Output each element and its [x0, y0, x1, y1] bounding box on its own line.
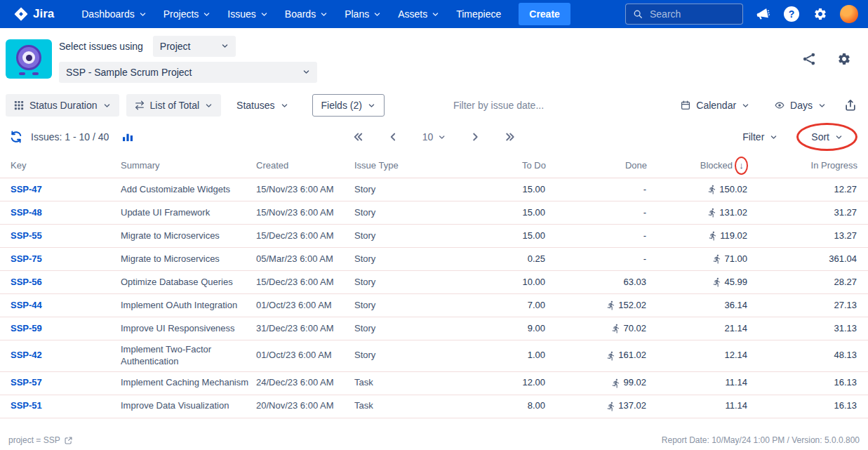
- time-unit-dropdown[interactable]: Days: [766, 94, 834, 117]
- duration-cell: 70.02: [546, 319, 647, 338]
- robot-icon: [16, 45, 41, 70]
- status-duration-dropdown[interactable]: Status Duration: [6, 94, 119, 117]
- nav-item-dashboards[interactable]: Dashboards: [74, 4, 154, 25]
- issue-key-link[interactable]: SSP-48: [11, 204, 121, 223]
- column-header-created[interactable]: Created: [256, 160, 354, 171]
- duration-cell: 12.00: [439, 373, 546, 392]
- nav-item-timepiece[interactable]: Timepiece: [448, 4, 509, 25]
- issue-source-dropdown[interactable]: Project: [153, 36, 236, 57]
- nav-item-assets[interactable]: Assets: [390, 4, 447, 25]
- chevron-down-icon: [103, 102, 111, 110]
- sort-dropdown[interactable]: Sort: [806, 127, 848, 147]
- nav-item-label: Plans: [345, 8, 369, 20]
- refresh-button[interactable]: [8, 129, 24, 145]
- table-row: SSP-59Improve UI Responsiveness31/Dec/23…: [0, 317, 868, 340]
- column-header-done[interactable]: Done: [546, 160, 647, 171]
- chevron-down-icon: [320, 11, 328, 18]
- help-button[interactable]: ?: [782, 5, 801, 23]
- issue-type-cell: Task: [354, 373, 439, 392]
- column-header-in-progress[interactable]: In Progress: [748, 160, 857, 171]
- table-header-row: Key Summary Created Issue Type To Do Don…: [0, 153, 868, 178]
- duration-cell: 36.14: [647, 296, 748, 315]
- issue-key-link[interactable]: SSP-57: [11, 373, 121, 392]
- summary-cell: Migrate to Microservices: [121, 227, 256, 246]
- filter-dropdown[interactable]: Filter: [737, 127, 783, 147]
- issue-date-filter-input[interactable]: [452, 99, 585, 112]
- jql-filter-link[interactable]: project = SSP: [8, 435, 73, 445]
- column-header-issue-type[interactable]: Issue Type: [354, 160, 439, 171]
- summary-cell: Implement Caching Mechanism: [121, 373, 256, 392]
- chevron-down-icon: [281, 102, 288, 110]
- issue-key-link[interactable]: SSP-42: [11, 346, 121, 365]
- duration-cell: 0.25: [439, 250, 546, 269]
- issue-type-cell: Story: [354, 273, 439, 292]
- calendar-label: Calendar: [696, 100, 736, 111]
- chevron-down-icon: [818, 102, 826, 110]
- next-page-button[interactable]: [468, 130, 482, 144]
- chevron-down-icon: [432, 11, 439, 18]
- column-header-todo[interactable]: To Do: [439, 160, 546, 171]
- column-header-blocked[interactable]: Blocked ↓: [647, 157, 748, 175]
- list-of-total-dropdown[interactable]: List of Total: [126, 94, 222, 117]
- issue-key-link[interactable]: SSP-59: [11, 319, 121, 338]
- issue-type-cell: Story: [354, 296, 439, 315]
- export-button[interactable]: [843, 98, 858, 113]
- nav-right-group: ?: [625, 4, 858, 25]
- runner-icon: [707, 185, 717, 194]
- statuses-label: Statuses: [236, 100, 274, 111]
- top-nav: Jira Dashboards Projects Issues Boards P…: [0, 0, 868, 28]
- duration-cell: 137.02: [546, 397, 647, 416]
- summary-cell: Optimize Database Queries: [121, 273, 256, 292]
- table-body: SSP-47Add Customizable Widgets15/Nov/23 …: [0, 178, 868, 418]
- table-row: SSP-55Migrate to Microservices15/Dec/23 …: [0, 225, 868, 248]
- settings-button[interactable]: [812, 6, 829, 22]
- issues-count-label: Issues: 1 - 10 / 40: [31, 131, 109, 143]
- share-button[interactable]: [801, 51, 817, 67]
- column-header-summary[interactable]: Summary: [121, 160, 256, 171]
- chevron-down-icon: [742, 102, 749, 110]
- column-header-key[interactable]: Key: [11, 160, 121, 171]
- issue-key-link[interactable]: SSP-44: [11, 296, 121, 315]
- jira-logo-icon: [14, 7, 28, 21]
- chart-view-button[interactable]: [120, 129, 135, 145]
- issue-type-cell: Story: [354, 250, 439, 269]
- runner-icon: [712, 254, 722, 264]
- search-box[interactable]: [625, 4, 743, 25]
- issue-key-link[interactable]: SSP-47: [11, 180, 121, 199]
- create-button[interactable]: Create: [519, 3, 570, 25]
- duration-cell: 11.14: [647, 373, 748, 392]
- page-size-dropdown[interactable]: 10: [421, 130, 448, 144]
- duration-cell: 21.14: [647, 319, 748, 338]
- grid-icon: [14, 100, 24, 110]
- announcements-button[interactable]: [754, 6, 771, 22]
- runner-icon: [611, 324, 621, 333]
- jira-home-link[interactable]: Jira: [10, 6, 58, 22]
- search-icon: [633, 9, 643, 19]
- nav-item-issues[interactable]: Issues: [220, 4, 275, 25]
- issue-key-link[interactable]: SSP-56: [11, 273, 121, 292]
- duration-cell: 12.14: [647, 346, 748, 365]
- nav-item-projects[interactable]: Projects: [156, 4, 219, 25]
- sort-descending-icon[interactable]: ↓: [739, 161, 744, 170]
- calendar-dropdown[interactable]: Calendar: [672, 94, 758, 117]
- nav-item-boards[interactable]: Boards: [277, 4, 335, 25]
- issue-key-link[interactable]: SSP-51: [11, 397, 121, 416]
- issue-key-link[interactable]: SSP-75: [11, 250, 121, 269]
- duration-cell: 361.04: [748, 250, 857, 269]
- issue-key-link[interactable]: SSP-55: [11, 227, 121, 246]
- duration-cell: 13.27: [748, 227, 857, 246]
- report-settings-button[interactable]: [836, 51, 853, 67]
- prev-page-button[interactable]: [386, 130, 400, 144]
- statuses-dropdown[interactable]: Statuses: [228, 94, 296, 117]
- search-input[interactable]: [648, 8, 731, 20]
- project-dropdown[interactable]: SSP - Sample Scrum Project: [59, 62, 317, 83]
- last-page-button[interactable]: [503, 130, 517, 144]
- duration-cell: 28.27: [748, 273, 857, 292]
- user-avatar[interactable]: [840, 5, 858, 23]
- first-page-button[interactable]: [351, 130, 365, 144]
- fields-dropdown[interactable]: Fields (2): [312, 94, 385, 117]
- jira-logo-text: Jira: [33, 7, 54, 21]
- chevron-down-icon: [302, 68, 310, 76]
- page-footer: project = SSP Report Date: 10/May/24 1:0…: [0, 430, 868, 450]
- nav-item-plans[interactable]: Plans: [337, 4, 389, 25]
